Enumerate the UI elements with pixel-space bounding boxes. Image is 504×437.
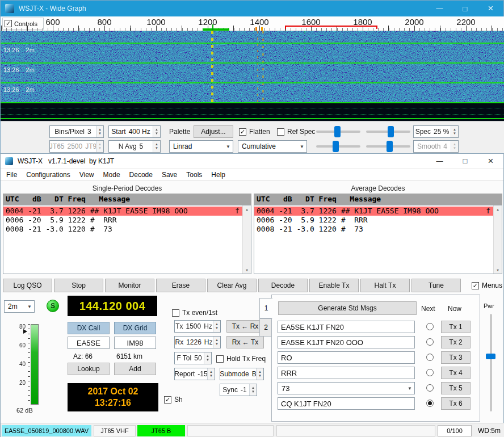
spin-down-icon[interactable]: ▼ [209, 374, 213, 378]
spin-down-icon[interactable]: ▼ [155, 146, 158, 150]
decode-row[interactable]: 0006 -20 5.9 1222 # RRR [3, 216, 251, 225]
menu-decode[interactable]: Decode [125, 171, 157, 179]
monitor-button[interactable]: Monitor [105, 279, 154, 292]
decode-row[interactable]: 0008 -21 -3.0 1220 # 73 [254, 225, 502, 234]
scroll-up-icon[interactable]: ▲ [246, 207, 248, 211]
generate-std-msgs-button[interactable]: Generate Std Msgs [278, 301, 417, 315]
close-icon[interactable]: × [478, 1, 503, 16]
tx3-message-field[interactable]: RO [278, 351, 415, 364]
zero2-slider[interactable] [366, 140, 410, 153]
menu-tools[interactable]: Tools [182, 171, 207, 179]
ref-spec-checkbox[interactable]: Ref Spec [277, 127, 315, 136]
spin-down-icon[interactable]: ▼ [206, 358, 209, 362]
log-qso-button[interactable]: Log QSO [3, 279, 52, 292]
tx1-message-field[interactable]: EA5SE K1JT FN20 [278, 321, 415, 333]
gain-slider[interactable] [316, 125, 360, 138]
spin-up-icon[interactable]: ▲ [453, 128, 456, 132]
minimize-icon[interactable]: — [427, 1, 452, 16]
slider-handle[interactable] [334, 126, 341, 137]
tx5-next-radio[interactable] [426, 384, 434, 392]
decode-row[interactable]: 0008 -21 -3.0 1220 # 73 [3, 225, 251, 234]
dx-grid-field[interactable]: IM98 [114, 337, 156, 349]
decode-row[interactable]: 0004 -21 3.7 1226 ## K1JT EA5SE IM98 OOO… [3, 207, 251, 216]
tx1-next-radio[interactable] [426, 323, 434, 330]
submode-spinbox[interactable]: SubmodeB ▲▼ [220, 368, 264, 380]
scrollbar[interactable]: ▲▼ [242, 205, 251, 274]
spec-percent-spinbox[interactable]: Spec25 % ▲▼ [413, 125, 459, 138]
spin-up-icon[interactable]: ▲ [155, 128, 158, 132]
spin-up-icon[interactable]: ▲ [98, 128, 102, 132]
spin-up-icon[interactable]: ▲ [215, 338, 219, 342]
menu-file[interactable]: File [2, 171, 22, 179]
flatten-checkbox[interactable]: ✓ Flatten [239, 127, 270, 136]
tx5-message-combobox[interactable]: 73 ▼ [278, 382, 415, 394]
tx-from-rx-button[interactable]: Tx ← Rx [226, 320, 264, 333]
tx-freq-spinbox[interactable]: Tx1500Hz ▲▼ [174, 320, 221, 333]
rx-freq-spinbox[interactable]: Rx1226Hz ▲▼ [174, 336, 221, 348]
menu-save[interactable]: Save [157, 171, 182, 179]
spin-down-icon[interactable]: ▼ [453, 132, 456, 136]
tab-1[interactable]: 1 [259, 298, 272, 318]
menu-configurations[interactable]: Configurations [22, 171, 74, 179]
scroll-down-icon[interactable]: ▼ [497, 268, 499, 272]
maximize-icon[interactable]: □ [452, 1, 478, 16]
rx-from-tx-button[interactable]: Rx ← Tx [226, 336, 264, 348]
spin-down-icon[interactable]: ▼ [215, 326, 219, 330]
spin-down-icon[interactable]: ▼ [251, 390, 255, 394]
bins-pixel-spinbox[interactable]: Bins/Pixel3 ▲▼ [49, 125, 104, 138]
sh-checkbox[interactable]: ✓ Sh [164, 395, 183, 404]
lookup-button[interactable]: Lookup [68, 363, 110, 375]
tx4-now-button[interactable]: Tx 4 [441, 367, 471, 379]
dx-call-field[interactable]: EA5SE [68, 337, 110, 349]
tab-2[interactable]: 2 [259, 318, 272, 337]
spin-down-icon[interactable]: ▼ [155, 132, 158, 136]
halt-tx-button[interactable]: Halt Tx [360, 279, 410, 292]
menu-mode[interactable]: Mode [99, 171, 125, 179]
tx-even-checkbox[interactable]: Tx even/1st [172, 308, 217, 317]
ftol-spinbox[interactable]: F Tol50 ▲▼ [174, 352, 212, 364]
adjust-button[interactable]: Adjust... [194, 125, 233, 138]
slider-handle[interactable] [388, 126, 394, 137]
band-combobox[interactable]: 2m ▼ [4, 300, 35, 313]
spin-up-icon[interactable]: ▲ [206, 354, 209, 358]
tx2-next-radio[interactable] [426, 338, 434, 346]
tx2-now-button[interactable]: Tx 2 [441, 336, 471, 348]
dx-call-button[interactable]: DX Call [68, 322, 110, 334]
spin-down-icon[interactable]: ▼ [98, 132, 102, 136]
tx2-message-field[interactable]: EA5SE K1JT FN20 OOO [278, 336, 415, 348]
tx6-message-field[interactable]: CQ K1JT FN20 [278, 397, 415, 410]
tune-button[interactable]: Tune [411, 279, 461, 292]
waterfall-display[interactable]: 13:262m 13:262m 13:262m [1, 31, 504, 121]
slider-handle[interactable] [387, 141, 393, 152]
tx4-message-field[interactable]: RRR [278, 367, 415, 379]
scrollbar[interactable]: ▲▼ [493, 205, 502, 274]
display-mode-combobox[interactable]: Cumulative ▼ [238, 140, 307, 153]
spin-up-icon[interactable]: ▲ [209, 370, 213, 374]
zero-slider[interactable] [366, 125, 410, 138]
decode-button[interactable]: Decode [258, 279, 308, 292]
gain2-slider[interactable] [316, 140, 360, 153]
stop-button[interactable]: Stop [54, 279, 103, 292]
erase-button[interactable]: Erase [156, 279, 205, 292]
start-freq-spinbox[interactable]: Start400 Hz ▲▼ [108, 125, 161, 138]
scroll-up-icon[interactable]: ▲ [497, 207, 499, 211]
dx-grid-button[interactable]: DX Grid [114, 322, 156, 334]
scroll-down-icon[interactable]: ▼ [246, 268, 248, 272]
spin-up-icon[interactable]: ▲ [258, 370, 262, 374]
tx1-now-button[interactable]: Tx 1 [441, 321, 471, 333]
n-avg-spinbox[interactable]: N Avg5 ▲▼ [108, 140, 161, 153]
menus-checkbox[interactable]: ✓ Menus [463, 279, 502, 292]
spin-up-icon[interactable]: ▲ [251, 386, 255, 390]
clear-avg-button[interactable]: Clear Avg [207, 279, 257, 292]
tx6-next-radio[interactable] [426, 400, 434, 407]
decode-row[interactable]: 0006 -20 5.9 1222 # RRR [254, 216, 502, 225]
tx3-now-button[interactable]: Tx 3 [441, 351, 471, 364]
close-icon[interactable]: × [478, 154, 503, 168]
maximize-icon[interactable]: □ [452, 154, 478, 168]
tx3-next-radio[interactable] [426, 354, 434, 361]
add-button[interactable]: Add [114, 363, 156, 375]
report-spinbox[interactable]: Report-15 ▲▼ [174, 368, 215, 380]
spin-down-icon[interactable]: ▼ [215, 342, 219, 346]
enable-tx-button[interactable]: Enable Tx [309, 279, 359, 292]
spin-down-icon[interactable]: ▼ [258, 374, 262, 378]
